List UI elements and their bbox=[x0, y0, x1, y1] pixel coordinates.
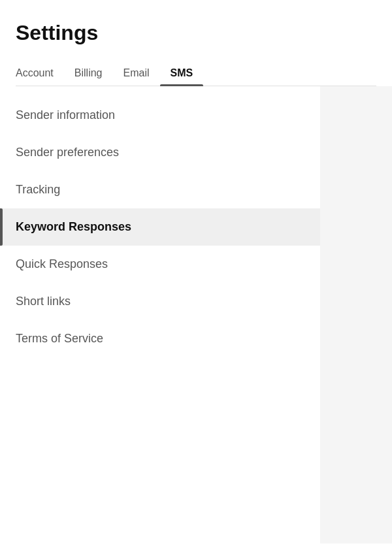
page-container: Settings Account Billing Email SMS Sende… bbox=[0, 0, 392, 554]
sidebar-item-label: Keyword Responses bbox=[16, 220, 131, 234]
sidebar-item-label: Terms of Service bbox=[16, 332, 103, 346]
content-area: Sender information Sender preferences Tr… bbox=[0, 86, 392, 544]
sidebar-item-label: Sender preferences bbox=[16, 146, 119, 159]
sidebar-item-sender-information[interactable]: Sender information bbox=[0, 97, 320, 134]
sidebar-item-tracking[interactable]: Tracking bbox=[0, 171, 320, 208]
sidebar-item-label: Tracking bbox=[16, 183, 60, 197]
tab-email[interactable]: Email bbox=[113, 61, 160, 86]
page-title: Settings bbox=[16, 21, 376, 45]
sidebar-item-short-links[interactable]: Short links bbox=[0, 283, 320, 320]
sidebar-item-label: Short links bbox=[16, 295, 71, 308]
sidebar: Sender information Sender preferences Tr… bbox=[0, 86, 320, 544]
tabs-nav: Account Billing Email SMS bbox=[16, 61, 376, 86]
header: Settings Account Billing Email SMS bbox=[0, 0, 392, 86]
sidebar-item-label: Quick Responses bbox=[16, 257, 108, 271]
sidebar-item-quick-responses[interactable]: Quick Responses bbox=[0, 246, 320, 283]
sidebar-item-sender-preferences[interactable]: Sender preferences bbox=[0, 134, 320, 171]
tab-sms[interactable]: SMS bbox=[160, 61, 204, 86]
tab-billing[interactable]: Billing bbox=[64, 61, 113, 86]
sidebar-item-label: Sender information bbox=[16, 108, 115, 122]
sidebar-item-terms-of-service[interactable]: Terms of Service bbox=[0, 320, 320, 357]
sidebar-item-keyword-responses[interactable]: Keyword Responses bbox=[0, 208, 320, 246]
right-panel bbox=[320, 86, 392, 544]
tab-account[interactable]: Account bbox=[16, 61, 64, 86]
